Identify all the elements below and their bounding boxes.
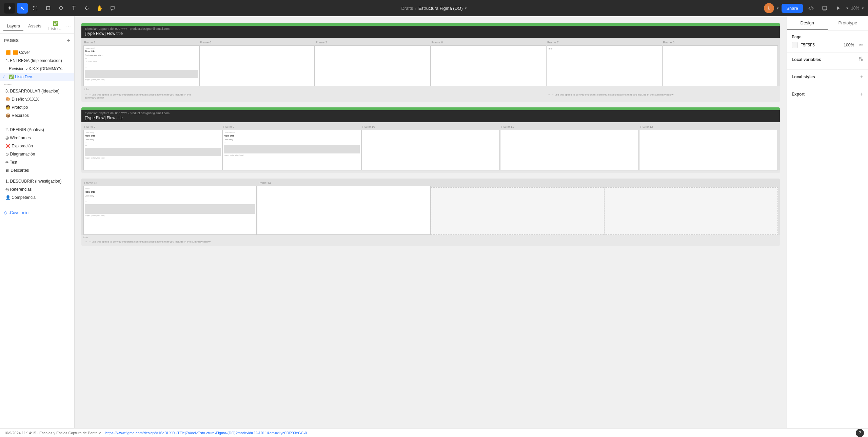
section1-info-row: info xyxy=(81,86,780,92)
note-spacer xyxy=(202,93,545,99)
page-item-test[interactable]: ✏ Test xyxy=(0,158,74,166)
page-item-entrega[interactable]: 4. ENTREGA (Implementación) xyxy=(0,57,74,65)
zoom-chevron-button[interactable]: ▾ xyxy=(862,6,864,11)
frame-box-2[interactable] xyxy=(315,45,431,86)
page-label-listo: ✅ Listo Dev. xyxy=(9,75,33,79)
frame-box-9b[interactable]: Case of use Flow title User story — imag… xyxy=(222,130,361,170)
frame-box-11[interactable] xyxy=(500,130,639,170)
comment-tool-button[interactable] xyxy=(107,3,118,14)
tab-layers[interactable]: Layers xyxy=(3,21,23,31)
frame-box-extra1[interactable] xyxy=(431,187,604,235)
frame-box-8[interactable] xyxy=(663,45,778,86)
section2-bottom-space xyxy=(81,170,780,173)
canvas-area[interactable]: Ejemplar: Captura del 000 YYY - product.… xyxy=(75,16,787,428)
select-tool-button[interactable]: ↖ xyxy=(17,3,28,14)
page-item-diagramacion[interactable]: ⊙ Diagramación xyxy=(0,150,74,158)
page-item-descubrir[interactable]: 1. DESCUBRIR (Investigación) xyxy=(0,177,74,185)
page-item-revision[interactable]: ·· Revisión v.X.X.X (DD/MM/YY... xyxy=(0,65,74,73)
pen-tool-button[interactable] xyxy=(56,3,66,14)
info-text-bottom: info xyxy=(83,236,88,239)
opacity-value[interactable]: 100% xyxy=(844,43,854,47)
visibility-toggle[interactable]: 👁 xyxy=(859,43,863,48)
page-item-diseno[interactable]: 🎨 Diseño v.X.X.X xyxy=(0,95,74,103)
present-button[interactable] xyxy=(833,3,844,14)
frame-box-6b[interactable] xyxy=(431,45,547,86)
page-item-competencia[interactable]: 👤 Competencia xyxy=(0,193,74,202)
info-label-right-2 xyxy=(661,87,778,92)
local-variables-section: Local variables xyxy=(787,53,868,70)
tab-design[interactable]: Design xyxy=(787,16,828,30)
frame-box-10[interactable] xyxy=(361,130,500,170)
present-chevron-button[interactable]: ▾ xyxy=(846,6,848,11)
page-item-descartes[interactable]: 🗑 Descartes xyxy=(0,166,74,174)
frame-mini-line1: Business user story xyxy=(85,54,198,57)
frame-label-14: Frame 14 xyxy=(257,181,430,186)
right-panel: Design Prototype Page F5F5F5 100% 👁 Loca… xyxy=(787,16,868,428)
help-button[interactable]: ? xyxy=(856,429,864,437)
breadcrumb-chevron-button[interactable]: ▾ xyxy=(465,6,467,11)
avatar[interactable]: U xyxy=(764,3,774,13)
note-text-bottom: → use this space to convey important con… xyxy=(88,240,211,243)
menu-button[interactable]: ✦ xyxy=(4,3,15,14)
frame-box-9[interactable]: User story Flow title User story — — ima… xyxy=(83,130,222,170)
page-item-definir[interactable]: 2. DEFINIR (Análisis) xyxy=(0,126,74,134)
page-item-referencias[interactable]: ◎ Referencias xyxy=(0,185,74,193)
frame-mini-caption: imagen (put any text here) xyxy=(85,79,198,81)
frame9b-tag: Case of use xyxy=(224,131,360,134)
shape-tool-button[interactable] xyxy=(43,3,54,14)
breadcrumb-parent[interactable]: Drafts xyxy=(401,6,413,11)
panel-tab-menu-button[interactable]: ⋯ xyxy=(66,23,71,29)
frame-tool-button[interactable] xyxy=(30,3,41,14)
preview-button[interactable] xyxy=(819,3,830,14)
tab-prototype[interactable]: Prototype xyxy=(828,16,868,30)
frame9-caption: imagen (put any text here) xyxy=(85,157,221,159)
frame-column-1: Frame 1 Happy path Flow title Business u… xyxy=(83,40,199,86)
color-value[interactable]: F5F5F5 xyxy=(801,43,815,47)
timestamp-text: 10/9/2024 11:14:15 · Escalas y Estilos C… xyxy=(4,431,101,435)
local-variables-action[interactable] xyxy=(859,57,863,63)
flow-section-2: Ejemplar: Captura del 000 YYY - product.… xyxy=(81,107,780,173)
frame13-title: Flow title xyxy=(85,190,255,194)
page-item-exploracion[interactable]: ❌ Exploración xyxy=(0,142,74,150)
page-label-descubrir: 1. DESCUBRIR (Investigación) xyxy=(5,179,61,184)
frame9-line3: — xyxy=(85,144,221,147)
bottom-bar: 10/9/2024 11:14:15 · Escalas y Estilos C… xyxy=(0,428,868,437)
page-item-listo[interactable]: ✓ ✅ Listo Dev. xyxy=(0,73,74,81)
color-swatch[interactable] xyxy=(792,42,798,48)
frame-box-6a[interactable] xyxy=(199,45,315,86)
page-label-cover: 🟧 Cover xyxy=(13,50,30,55)
components-tool-button[interactable] xyxy=(81,3,92,14)
page-item-desarrollar[interactable]: 3. DESARROLLAR (Ideación) xyxy=(0,87,74,95)
frame-label-11: Frame 11 xyxy=(500,124,639,130)
frame-box-13[interactable]: State Flow title User story — — imagen (… xyxy=(83,186,257,235)
page-item-recursos[interactable]: 📦 Recursos xyxy=(0,111,74,120)
code-icon xyxy=(808,5,814,11)
hand-tool-button[interactable]: ✋ xyxy=(94,3,105,14)
frame-box-1[interactable]: Happy path Flow title Business user stor… xyxy=(83,45,199,86)
tab-listo[interactable]: ✅ Listo ... xyxy=(46,19,65,33)
section-small-text-2: Ejemplar: Captura del 000 YYY - product.… xyxy=(85,111,776,115)
page-item-wireframes[interactable]: ◎ Wireframes xyxy=(0,134,74,142)
frame-label-8: Frame 8 xyxy=(663,40,778,45)
code-editor-button[interactable] xyxy=(806,3,816,14)
frame-mini-line2: — xyxy=(85,57,198,60)
tab-assets[interactable]: Assets xyxy=(25,21,45,31)
page-item-cover[interactable]: 🟧 🟧 Cover xyxy=(0,48,74,57)
green-bar-1 xyxy=(81,23,780,26)
url-link[interactable]: https://www.figma.com/design/V16eDLXi0UT… xyxy=(105,431,307,435)
avatar-chevron-button[interactable]: ▾ xyxy=(777,6,779,11)
frame-box-12[interactable] xyxy=(639,130,778,170)
page-item-prototipo[interactable]: 🧑 Prototipo xyxy=(0,103,74,111)
frame-content-9: User story Flow title User story — — ima… xyxy=(85,131,221,159)
frame-box-14[interactable] xyxy=(257,186,430,235)
page-item-cover-mini[interactable]: ◇ .Cover mini xyxy=(0,208,74,217)
frame-box-7[interactable]: info xyxy=(547,45,662,86)
page-label-exploracion: ❌ Exploración xyxy=(5,144,33,148)
share-button[interactable]: Share xyxy=(782,4,803,13)
add-export-button[interactable]: + xyxy=(860,91,863,97)
frame-box-extra2[interactable] xyxy=(605,187,778,235)
text-tool-button[interactable]: T xyxy=(68,3,79,14)
add-local-style-button[interactable]: + xyxy=(860,74,863,80)
svg-marker-14 xyxy=(837,6,840,10)
add-page-button[interactable]: + xyxy=(66,38,70,44)
